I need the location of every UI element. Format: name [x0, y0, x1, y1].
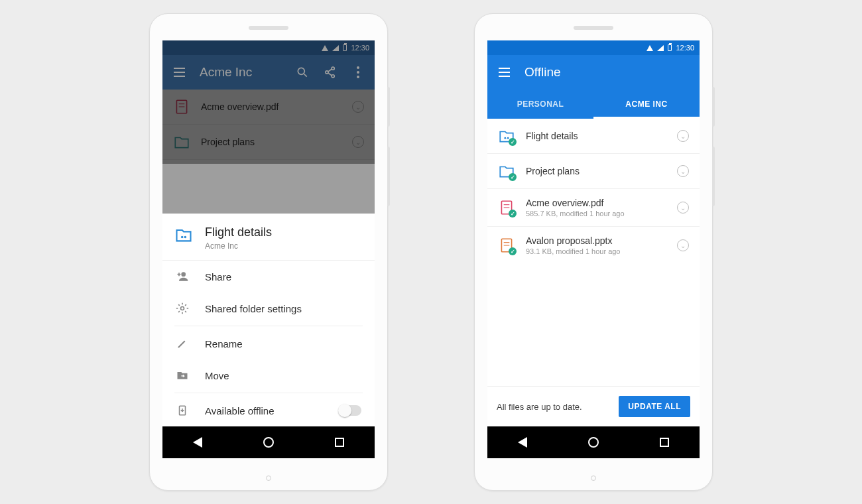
offline-action[interactable]: Available offline: [162, 395, 375, 426]
nav-recent-icon[interactable]: [335, 438, 344, 447]
bottom-sheet: Flight details Acme Inc Share Shared fol…: [162, 214, 375, 426]
status-bar: 12:30: [162, 40, 375, 55]
folder-move-icon: [176, 369, 189, 382]
gear-icon: [176, 302, 189, 315]
list-item[interactable]: ✓ Avalon proposal.pptx 93.1 KB, modified…: [487, 227, 700, 264]
sync-badge-icon: ✓: [509, 173, 517, 181]
sync-badge-icon: ✓: [509, 247, 517, 255]
android-nav-bar: [487, 426, 700, 458]
folder-icon: ✓: [498, 127, 515, 145]
app-bar: Acme Inc: [162, 55, 375, 90]
svg-line-5: [328, 69, 332, 72]
share-icon[interactable]: [323, 65, 338, 80]
nav-back-icon[interactable]: [193, 437, 202, 448]
nav-back-icon[interactable]: [518, 437, 527, 448]
list-item[interactable]: ✓ Flight details ⌄: [487, 119, 700, 154]
signal-icon: [657, 45, 664, 51]
svg-point-10: [181, 236, 184, 239]
tab-label: PERSONAL: [517, 99, 564, 109]
person-add-icon: [176, 270, 189, 283]
sheet-header: Flight details Acme Inc: [162, 214, 375, 261]
sync-badge-icon: ✓: [509, 210, 517, 218]
chevron-down-icon[interactable]: ⌄: [677, 239, 689, 251]
divider: [174, 393, 363, 393]
tab-acme[interactable]: ACME INC: [593, 90, 700, 119]
side-button: [387, 87, 390, 127]
menu-icon[interactable]: [172, 65, 186, 80]
nav-home-icon[interactable]: [588, 437, 599, 448]
offline-file-list: ✓ Flight details ⌄ ✓ Project plans ⌄ ✓: [487, 119, 700, 386]
action-label: Rename: [205, 338, 243, 349]
chevron-down-icon[interactable]: ⌄: [677, 202, 689, 214]
app-bar-title: Offline: [524, 65, 561, 80]
rename-action[interactable]: Rename: [162, 328, 375, 359]
phone-right: 12:30 Offline PERSONAL ACME INC ✓ Flight…: [474, 13, 713, 491]
tabs: PERSONAL ACME INC: [487, 90, 700, 119]
nav-home-icon[interactable]: [263, 437, 274, 448]
side-button: [387, 147, 390, 206]
chevron-down-icon[interactable]: ⌄: [352, 101, 364, 113]
list-item[interactable]: Acme overview.pdf ⌄: [162, 90, 375, 125]
tab-personal[interactable]: PERSONAL: [487, 90, 593, 119]
status-bar: 12:30: [487, 40, 700, 55]
offline-toggle[interactable]: [339, 405, 361, 416]
screen-right: 12:30 Offline PERSONAL ACME INC ✓ Flight…: [487, 40, 700, 458]
file-name: Flight details: [526, 131, 666, 141]
chevron-down-icon[interactable]: ⌄: [677, 165, 689, 177]
app-bar-title: Acme Inc: [200, 65, 252, 80]
screen-left: 12:30 Acme Inc Acme overview.pdf ⌄: [162, 40, 375, 458]
folder-icon: [173, 133, 190, 151]
battery-icon: [343, 44, 347, 51]
speaker: [574, 26, 613, 30]
file-icon: ✓: [498, 237, 515, 254]
svg-line-1: [304, 74, 307, 77]
svg-point-15: [181, 307, 184, 310]
app-bar: Offline: [487, 55, 700, 90]
signal-icon: [332, 45, 339, 51]
menu-icon[interactable]: [497, 65, 511, 80]
sync-badge-icon: ✓: [509, 138, 517, 146]
list-item[interactable]: Project plans ⌄: [162, 125, 375, 160]
folder-icon: [174, 225, 193, 244]
shared-settings-action[interactable]: Shared folder settings: [162, 292, 375, 324]
folder-icon: ✓: [498, 162, 515, 180]
action-label: Share: [205, 271, 231, 283]
android-nav-bar: [162, 426, 375, 458]
sheet-title: Flight details: [205, 225, 272, 239]
side-button: [712, 87, 715, 127]
action-label: Shared folder settings: [205, 303, 302, 314]
chevron-down-icon[interactable]: ⌄: [352, 136, 364, 148]
file-name: Project plans: [201, 137, 341, 147]
sheet-subtitle: Acme Inc: [205, 241, 272, 251]
side-button: [712, 147, 715, 206]
action-label: Available offline: [205, 405, 275, 416]
svg-line-6: [328, 73, 332, 76]
wifi-icon: [646, 45, 653, 51]
file-icon: ✓: [498, 199, 515, 216]
home-indicator: [266, 475, 271, 481]
file-name: Acme overview.pdf: [526, 198, 666, 208]
list-item[interactable]: ✓ Project plans ⌄: [487, 154, 700, 189]
download-icon: [176, 404, 189, 417]
share-action[interactable]: Share: [162, 261, 375, 292]
list-item[interactable]: ✓ Acme overview.pdf 585.7 KB, modified 1…: [487, 189, 700, 227]
file-icon: [173, 98, 190, 115]
move-action[interactable]: Move: [162, 359, 375, 391]
file-name: Acme overview.pdf: [201, 101, 341, 112]
wifi-icon: [322, 45, 328, 51]
chevron-down-icon[interactable]: ⌄: [677, 130, 689, 142]
nav-recent-icon[interactable]: [660, 438, 669, 447]
home-indicator: [591, 475, 596, 481]
sync-status: All files are up to date.: [497, 402, 582, 412]
battery-icon: [668, 44, 672, 51]
clock: 12:30: [676, 44, 694, 52]
svg-point-11: [184, 236, 187, 239]
action-label: Move: [205, 370, 229, 381]
sync-footer: All files are up to date. UPDATE ALL: [487, 386, 700, 426]
update-all-button[interactable]: UPDATE ALL: [619, 396, 690, 417]
search-icon[interactable]: [295, 65, 310, 80]
svg-point-18: [507, 137, 509, 139]
overflow-icon[interactable]: [351, 65, 365, 80]
file-meta: 585.7 KB, modified 1 hour ago: [526, 210, 666, 218]
svg-point-12: [181, 272, 186, 277]
